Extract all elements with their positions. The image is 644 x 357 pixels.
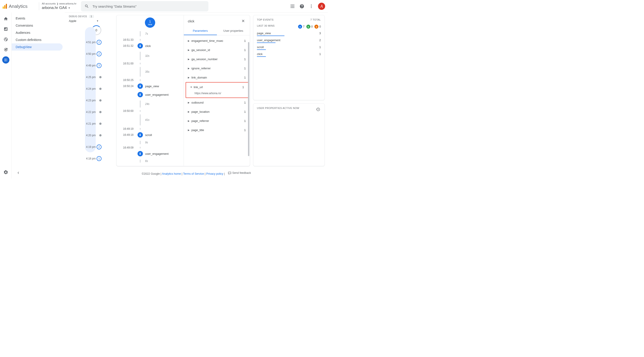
minute-empty-dot: [99, 76, 102, 78]
minute-row[interactable]: 4:19 pm2: [65, 141, 112, 153]
param-row[interactable]: ▶outbound1: [184, 98, 250, 107]
param-name: outbound: [192, 101, 244, 104]
history-icon[interactable]: [316, 107, 321, 112]
top-event-bar: [257, 56, 266, 57]
minute-row[interactable]: 4:25 pm: [65, 71, 112, 83]
timeline-time: 16:49:09: [116, 146, 137, 149]
top-event-row[interactable]: scroll1: [257, 44, 321, 50]
rail-explore-icon[interactable]: [2, 36, 10, 43]
sidenav-item-custom-definitions[interactable]: Custom definitions: [12, 36, 62, 44]
timeline-tick: 16:49:19: [116, 127, 184, 131]
minute-row[interactable]: 4:21 pm: [65, 118, 112, 130]
minute-row[interactable]: 4:51 pm2: [65, 36, 112, 48]
top-events-title: TOP EVENTS: [257, 18, 274, 21]
param-row[interactable]: ▶engagement_time_msec1: [184, 36, 250, 46]
param-row[interactable]: ▶ignore_referrer1: [184, 64, 250, 73]
svg-point-3: [291, 6, 292, 7]
param-count: 1: [244, 39, 246, 42]
sidenav-item-debugview[interactable]: DebugView: [12, 44, 62, 50]
footer-link-tos[interactable]: Terms of Service: [183, 172, 204, 175]
param-row[interactable]: ▶ga_session_id1: [184, 46, 250, 54]
timeline-event[interactable]: user_engagement: [116, 150, 184, 158]
avatar[interactable]: A: [318, 3, 325, 10]
footer-link-home[interactable]: Analytics home: [162, 172, 181, 175]
sidenav-item-conversions[interactable]: Conversions: [12, 22, 62, 29]
minute-row[interactable]: 4:50 pm2: [65, 48, 112, 60]
sidenav-item-audiences[interactable]: Audiences: [12, 29, 62, 36]
param-row[interactable]: ▶page_title1: [184, 126, 250, 135]
top-event-name: user_engagement: [257, 38, 280, 42]
timeline-gap: 32s: [116, 50, 184, 62]
param-name: page_location: [192, 110, 244, 114]
svg-point-18: [5, 49, 6, 50]
chevron-right-icon: ▶: [188, 49, 192, 51]
pill-value: 0: [311, 25, 313, 28]
footer-link-privacy[interactable]: Privacy policy: [206, 172, 223, 175]
rail-reports-icon[interactable]: [2, 26, 10, 33]
param-scrollbar[interactable]: [248, 42, 249, 156]
send-feedback-button[interactable]: Send feedback: [228, 171, 251, 175]
side-nav: EventsConversionsAudiencesCustom definit…: [12, 12, 65, 178]
minute-row[interactable]: 4:18 pm1: [65, 153, 112, 164]
minute-time: 4:21 pm: [86, 122, 96, 125]
svg-point-7: [292, 7, 293, 8]
param-row[interactable]: ▼link_url1: [186, 82, 248, 92]
search-input[interactable]: [92, 4, 205, 8]
minute-row[interactable]: 4:49 pm3: [65, 60, 112, 71]
timeline-event[interactable]: user_engagement: [116, 90, 184, 99]
close-icon[interactable]: ✕: [240, 18, 246, 24]
timeline-event[interactable]: 16:49:18scroll: [116, 131, 184, 139]
top-event-row[interactable]: user_engagement2: [257, 37, 321, 43]
timeline-event[interactable]: 16:51:32click: [116, 42, 184, 50]
nav-rail: [0, 12, 12, 178]
rail-home-icon[interactable]: [2, 15, 10, 22]
minute-time: 4:24 pm: [86, 87, 96, 90]
timeline-tick: 16:51:00: [116, 62, 184, 65]
pill-value: 7: [303, 25, 304, 28]
top-event-row[interactable]: click1: [257, 51, 321, 57]
timeline-gap-label: 9s: [143, 141, 148, 144]
collapse-nav-icon[interactable]: ‹: [16, 170, 21, 175]
param-row[interactable]: ▶link_domain1: [184, 73, 250, 82]
more-icon[interactable]: [308, 4, 314, 9]
help-icon[interactable]: [299, 4, 304, 9]
minute-time: 4:49 pm: [86, 64, 96, 67]
pill-icon: ●: [306, 24, 310, 29]
rail-configure-icon[interactable]: [2, 56, 10, 64]
device-selector[interactable]: Apple ▼: [69, 19, 112, 22]
minute-row[interactable]: 4:23 pm: [65, 94, 112, 106]
chevron-right-icon: ▶: [188, 76, 192, 79]
property-name: arbona.hr GA4: [42, 5, 67, 10]
rail-ads-icon[interactable]: [2, 46, 10, 53]
detail-tab-user-properties[interactable]: User properties: [217, 27, 250, 35]
event-dot-icon: [138, 92, 143, 97]
detail-tab-parameters[interactable]: Parameters: [184, 27, 217, 35]
timeline-time: 16:50:25: [116, 78, 137, 82]
timeline-gap: 6s: [116, 158, 184, 164]
event-detail-panel: click ✕ ParametersUser properties ▶engag…: [184, 15, 250, 166]
top-event-count: 1: [319, 46, 321, 49]
timeline-event-label: scroll: [143, 133, 152, 137]
minute-time: 4:22 pm: [86, 110, 96, 114]
timeline-column: 1 new 7s16:51:3316:51:32click32s16:51:00…: [116, 15, 184, 166]
timeline-gap-label: 35s: [143, 70, 149, 73]
account-selector[interactable]: All accounts ❯ www.arbona.hr arbona.hr G…: [42, 2, 76, 10]
param-count: 1: [244, 119, 246, 122]
param-row[interactable]: ▶ga_session_number1: [184, 54, 250, 64]
minute-row[interactable]: 4:20 pm: [65, 130, 112, 141]
param-row[interactable]: ▶page_referrer1: [184, 116, 250, 126]
minute-row[interactable]: 4:24 pm: [65, 83, 112, 94]
search-box[interactable]: [81, 1, 208, 12]
timeline-event[interactable]: 16:50:24page_view: [116, 82, 184, 90]
analytics-title: Analytics: [9, 4, 28, 9]
top-event-row[interactable]: page_view3: [257, 30, 321, 36]
minute-row[interactable]: 4:22 pm: [65, 106, 112, 118]
rail-admin-icon[interactable]: [2, 169, 10, 176]
apps-icon[interactable]: [290, 4, 295, 9]
svg-point-0: [291, 4, 292, 5]
param-row[interactable]: ▶page_location1: [184, 107, 250, 116]
event-dot-icon: [138, 132, 143, 138]
event-dot-icon: [138, 43, 143, 48]
sidenav-item-events[interactable]: Events: [12, 15, 62, 22]
timeline-gap-label: 6s: [143, 160, 148, 162]
